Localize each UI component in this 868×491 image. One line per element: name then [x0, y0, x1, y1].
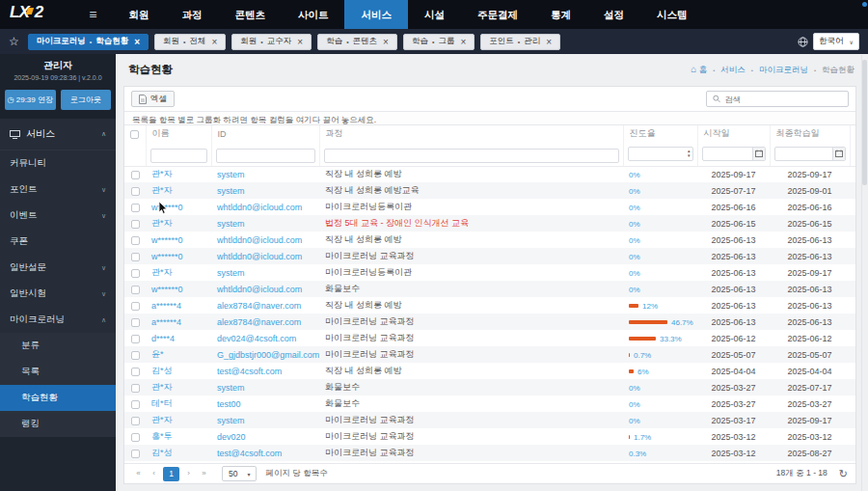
- column-header-id[interactable]: ID: [211, 125, 319, 142]
- top-menu-item-주문결제[interactable]: 주문결제: [461, 0, 534, 29]
- top-menu-item-서비스[interactable]: 서비스: [344, 0, 408, 29]
- column-header-name[interactable]: 이름: [146, 125, 211, 142]
- sidebar-item-일반설문[interactable]: 일반설문 ∨: [0, 255, 116, 281]
- breadcrumb-마이크로러닝[interactable]: 마이크로러닝: [759, 65, 808, 76]
- name-link[interactable]: a******4: [151, 317, 181, 327]
- page-size-select[interactable]: 50 ▾: [222, 466, 257, 481]
- id-link[interactable]: whtlddn0@icloud.com: [217, 285, 302, 294]
- row-checkbox[interactable]: [131, 302, 140, 311]
- column-header-start-date[interactable]: 시작일: [697, 125, 770, 142]
- filter-start-date-input[interactable]: [703, 149, 752, 158]
- tab-close-icon[interactable]: ×: [546, 37, 552, 47]
- id-link[interactable]: test@4csoft.com: [217, 449, 282, 458]
- tab-close-icon[interactable]: ×: [134, 37, 140, 47]
- language-select[interactable]: 한국어 ∨: [813, 33, 859, 50]
- number-stepper[interactable]: ▴ ▾: [688, 149, 692, 158]
- sidebar-subitem-랭킹[interactable]: 랭킹: [0, 411, 116, 437]
- refresh-icon[interactable]: ↻: [839, 468, 848, 480]
- tab-close-icon[interactable]: ×: [460, 37, 466, 47]
- scrollbar-thumb[interactable]: [862, 60, 867, 185]
- tab-교수자[interactable]: 회원•교수자 ×: [231, 34, 312, 50]
- top-menu-item-사이트[interactable]: 사이트: [282, 0, 345, 29]
- top-menu-item-시설[interactable]: 시설: [408, 0, 461, 29]
- hamburger-menu-icon[interactable]: ≡: [89, 7, 96, 22]
- id-link[interactable]: test00: [217, 399, 241, 409]
- id-link[interactable]: dev020: [217, 432, 246, 442]
- sidebar-item-이벤트[interactable]: 이벤트 ∨: [0, 203, 116, 229]
- calendar-icon[interactable]: [752, 148, 765, 160]
- row-checkbox[interactable]: [131, 187, 140, 196]
- breadcrumb-홈[interactable]: ⌂ 홈: [691, 65, 707, 76]
- name-link[interactable]: 관*자: [151, 185, 173, 195]
- sidebar-item-일반시험[interactable]: 일반시험 ∨: [0, 281, 116, 307]
- column-header-progress[interactable]: 진도율: [623, 125, 697, 142]
- row-checkbox[interactable]: [131, 204, 140, 212]
- name-link[interactable]: 관*자: [151, 169, 173, 178]
- id-link[interactable]: system: [217, 416, 245, 425]
- name-link[interactable]: d****4: [151, 334, 175, 343]
- id-link[interactable]: system: [217, 383, 245, 393]
- first-page-button[interactable]: «: [132, 467, 145, 480]
- filter-name-input[interactable]: [150, 149, 207, 163]
- row-checkbox[interactable]: [131, 335, 140, 343]
- name-link[interactable]: 홍*투: [151, 431, 173, 441]
- top-menu-item-통계[interactable]: 통계: [534, 0, 587, 29]
- row-checkbox[interactable]: [131, 286, 140, 294]
- filter-last-date-input[interactable]: [775, 149, 832, 158]
- sidebar-subitem-목록[interactable]: 목록: [0, 359, 116, 385]
- sidebar-subitem-분류[interactable]: 분류: [0, 333, 116, 359]
- id-link[interactable]: whtlddn0@icloud.com: [217, 252, 302, 261]
- id-link[interactable]: G_gjdbstjr000@gmail.com: [217, 350, 319, 360]
- row-checkbox[interactable]: [131, 351, 140, 360]
- name-link[interactable]: 관*자: [151, 218, 173, 228]
- sidebar-item-쿠폰[interactable]: 쿠폰: [0, 229, 116, 255]
- tab-close-icon[interactable]: ×: [297, 37, 303, 47]
- name-link[interactable]: 관*자: [151, 267, 173, 277]
- filter-course-input[interactable]: [324, 149, 619, 163]
- row-checkbox[interactable]: [131, 236, 140, 245]
- select-all-checkbox[interactable]: [130, 130, 139, 139]
- name-link[interactable]: w******0: [151, 203, 183, 212]
- tab-콘텐츠[interactable]: 학습•콘텐츠 ×: [317, 34, 397, 50]
- filter-progress-input[interactable]: [629, 149, 688, 158]
- app-logo[interactable]: LX2: [0, 3, 50, 26]
- top-menu-item-회원[interactable]: 회원: [112, 0, 165, 29]
- last-page-button[interactable]: »: [198, 467, 210, 480]
- name-link[interactable]: 테*터: [151, 398, 173, 408]
- sidebar-item-포인트[interactable]: 포인트 ∨: [0, 177, 116, 203]
- row-checkbox[interactable]: [131, 269, 140, 278]
- tab-학습현황[interactable]: 마이크로러닝•학습현황 ×: [28, 34, 149, 50]
- row-checkbox[interactable]: [131, 171, 140, 179]
- name-link[interactable]: 김*성: [151, 448, 173, 457]
- row-checkbox[interactable]: [131, 417, 140, 425]
- current-page-button[interactable]: 1: [163, 467, 179, 481]
- sidebar-item-커뮤니티[interactable]: 커뮤니티: [0, 150, 116, 177]
- id-link[interactable]: test@4csoft.com: [217, 367, 282, 376]
- sidebar-subitem-학습현황[interactable]: 학습현황: [0, 385, 116, 411]
- filter-id-input[interactable]: [216, 149, 315, 163]
- next-page-button[interactable]: ›: [182, 467, 195, 480]
- top-menu-item-콘텐츠[interactable]: 콘텐츠: [218, 0, 282, 29]
- tab-관리[interactable]: 포인트•관리 ×: [480, 34, 560, 50]
- sidebar-item-마이크로러닝[interactable]: 마이크로러닝 ∧: [0, 307, 116, 333]
- id-link[interactable]: system: [217, 219, 245, 229]
- row-checkbox[interactable]: [131, 400, 140, 409]
- column-header-course[interactable]: 과정: [319, 125, 623, 142]
- name-link[interactable]: 윤*: [151, 349, 164, 359]
- sidebar-section-services[interactable]: 서비스 ∧: [0, 119, 116, 150]
- breadcrumb-서비스[interactable]: 서비스: [720, 65, 746, 76]
- id-link[interactable]: system: [217, 268, 245, 278]
- id-link[interactable]: alex8784@naver.com: [217, 301, 301, 311]
- id-link[interactable]: alex8784@naver.com: [217, 317, 301, 327]
- name-link[interactable]: w******0: [151, 252, 183, 261]
- stepper-down-icon[interactable]: ▾: [688, 153, 691, 158]
- name-link[interactable]: w******0: [151, 285, 183, 294]
- prev-page-button[interactable]: ‹: [148, 467, 160, 480]
- tab-close-icon[interactable]: ×: [212, 37, 218, 47]
- row-checkbox[interactable]: [131, 433, 140, 442]
- top-menu-item-설정[interactable]: 설정: [587, 0, 640, 29]
- column-header-last-date[interactable]: 최종학습일: [770, 125, 850, 142]
- tab-close-icon[interactable]: ×: [383, 37, 389, 47]
- row-checkbox[interactable]: [131, 384, 140, 393]
- tab-그룹[interactable]: 학습•그룹 ×: [403, 34, 475, 50]
